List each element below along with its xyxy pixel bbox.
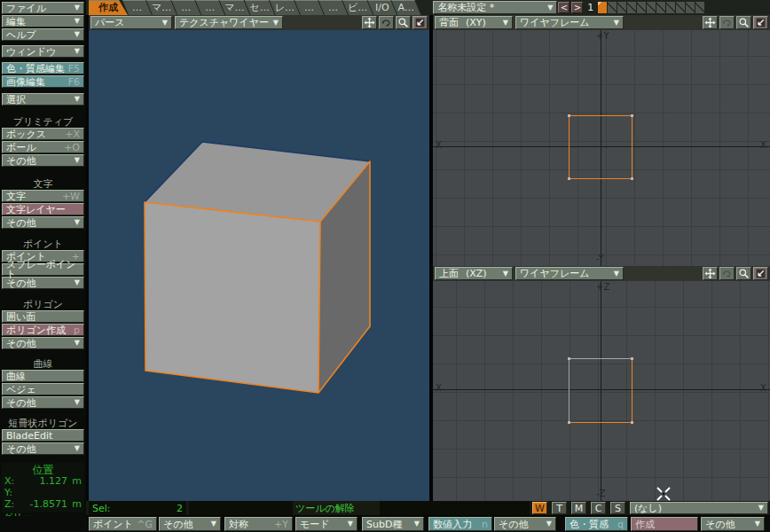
document-slot[interactable]	[627, 2, 636, 13]
strip-other-dropdown[interactable]: その他	[2, 442, 84, 455]
display-mode-dropdown[interactable]: ワイヤフレーム	[515, 16, 624, 29]
tool-box[interactable]: ボックス+X	[2, 128, 84, 140]
document-slot[interactable]	[647, 2, 656, 13]
menu-select[interactable]: 選択	[2, 93, 84, 106]
tool-bezier[interactable]: ベジェ	[2, 383, 84, 395]
selected-object-wireframe[interactable]	[569, 115, 632, 179]
selected-object-wireframe[interactable]	[569, 358, 632, 423]
vertex-handle[interactable]	[631, 421, 633, 424]
rotate-icon[interactable]	[719, 267, 735, 280]
tool-enclosing-face[interactable]: 囲い面	[2, 310, 84, 323]
display-mode-dropdown[interactable]: テクスチャワイヤー	[175, 16, 283, 29]
zoom-icon[interactable]	[736, 267, 751, 280]
view-type-dropdown[interactable]: 背面(XY)	[435, 16, 513, 29]
view-type-dropdown[interactable]: 上面(XZ)	[435, 267, 513, 280]
pan-icon[interactable]	[703, 267, 718, 280]
tool-ball[interactable]: ボール+O	[2, 141, 84, 153]
tab-9[interactable]: …	[318, 0, 348, 15]
numeric-input-button[interactable]: 数値入力n	[428, 517, 492, 531]
prev-document-button[interactable]: <	[558, 2, 570, 13]
menu-edit[interactable]: 編集	[2, 15, 84, 27]
polygon-other-dropdown[interactable]: その他	[2, 337, 84, 349]
mode-dropdown[interactable]: モード	[295, 517, 358, 531]
material-editor-button[interactable]: 色・質感編集F5	[2, 62, 84, 74]
menu-window[interactable]: ウィンドウ	[2, 45, 84, 58]
rotate-icon[interactable]	[379, 16, 394, 29]
tool-text-layer[interactable]: 文字レイヤー	[2, 203, 84, 215]
maximize-view-icon[interactable]	[412, 16, 428, 29]
material-button[interactable]: 色・質感q	[565, 517, 628, 531]
tool-release-message[interactable]: ツールの解除	[295, 501, 355, 515]
subd-type-dropdown[interactable]: SubD種	[362, 517, 424, 531]
tab-6[interactable]: セ…	[245, 0, 275, 15]
axis-label-left: X	[436, 383, 442, 393]
chevron-down-icon	[75, 340, 80, 347]
vertex-handle[interactable]	[568, 114, 570, 117]
tool-blade-edit[interactable]: BladeEdit	[2, 429, 84, 442]
document-slot[interactable]	[666, 2, 675, 13]
tab-11[interactable]: A…	[391, 0, 420, 15]
tab-10[interactable]: ビ…	[342, 0, 373, 15]
maximize-view-icon[interactable]	[753, 16, 768, 29]
vertex-handle[interactable]	[631, 177, 633, 180]
tab-io[interactable]: I/O	[367, 0, 397, 15]
other-dropdown[interactable]: その他	[701, 517, 765, 531]
pan-icon[interactable]	[703, 16, 718, 29]
tool-polygon-create[interactable]: ポリゴン作成p	[2, 324, 84, 336]
pan-icon[interactable]	[362, 16, 377, 29]
vertex-handle[interactable]	[631, 357, 633, 360]
symmetry-button[interactable]: 対称+Y	[224, 517, 293, 531]
document-slot[interactable]	[686, 2, 695, 13]
toggle-t[interactable]: T	[552, 502, 567, 514]
document-slot[interactable]	[608, 2, 617, 13]
document-slot[interactable]	[695, 2, 704, 13]
toggle-m[interactable]: M	[571, 502, 586, 514]
menu-file[interactable]: ファイル	[2, 2, 84, 14]
tab-5[interactable]: マ…	[219, 0, 249, 15]
zoom-icon[interactable]	[396, 16, 411, 29]
image-editor-button[interactable]: 画像編集F6	[2, 75, 84, 88]
vertex-handle[interactable]	[568, 357, 570, 360]
document-slot[interactable]	[656, 2, 665, 13]
document-slot-active[interactable]	[598, 2, 607, 13]
toggle-s[interactable]: S	[610, 502, 625, 514]
toggle-c[interactable]: C	[591, 502, 606, 514]
document-index: 1	[587, 0, 593, 15]
tab-7[interactable]: レ…	[270, 0, 300, 15]
other-dropdown[interactable]: その他	[159, 517, 221, 531]
tab-8[interactable]: …	[295, 0, 324, 15]
vertex-handle[interactable]	[631, 114, 633, 117]
rotate-icon[interactable]	[719, 16, 735, 29]
back-viewport[interactable]: +Y -Y X X	[433, 30, 770, 266]
document-slot[interactable]	[676, 2, 685, 13]
tab-create[interactable]: 作成	[89, 0, 128, 15]
document-name-dropdown[interactable]: 名称未設定 *	[433, 1, 557, 14]
tab-2[interactable]: マ…	[146, 0, 177, 15]
layer-dropdown[interactable]: (なし)	[630, 502, 768, 514]
top-viewport[interactable]: +Z -Z X X	[433, 281, 770, 501]
primitive-other-dropdown[interactable]: その他	[2, 154, 84, 167]
view-type-dropdown[interactable]: パース	[90, 16, 172, 29]
toggle-world[interactable]: W	[532, 502, 547, 514]
other-dropdown[interactable]: その他	[494, 517, 556, 531]
perspective-viewport[interactable]	[89, 30, 429, 501]
tool-curve[interactable]: 曲線	[2, 370, 84, 382]
tool-text[interactable]: 文字+W	[2, 190, 84, 202]
next-document-button[interactable]: >	[571, 2, 583, 13]
zoom-icon[interactable]	[736, 16, 751, 29]
status-field-empty	[380, 501, 530, 515]
curve-other-dropdown[interactable]: その他	[2, 396, 84, 409]
text-other-dropdown[interactable]: その他	[2, 216, 84, 229]
point-snap-button[interactable]: ポイント^G	[89, 517, 157, 531]
vertex-handle[interactable]	[568, 421, 570, 424]
menu-help[interactable]: ヘルプ	[2, 28, 84, 41]
maximize-view-icon[interactable]	[753, 267, 768, 280]
current-command-field[interactable]: 作成	[631, 517, 698, 531]
chevron-down-icon	[75, 279, 80, 286]
document-slot[interactable]	[617, 2, 626, 13]
display-mode-dropdown[interactable]: ワイヤフレーム	[515, 267, 624, 280]
document-slot[interactable]	[637, 2, 646, 13]
cube-model	[89, 30, 429, 501]
vertex-handle[interactable]	[568, 177, 570, 180]
tool-spray-point[interactable]: スプレーポイント	[2, 263, 84, 276]
